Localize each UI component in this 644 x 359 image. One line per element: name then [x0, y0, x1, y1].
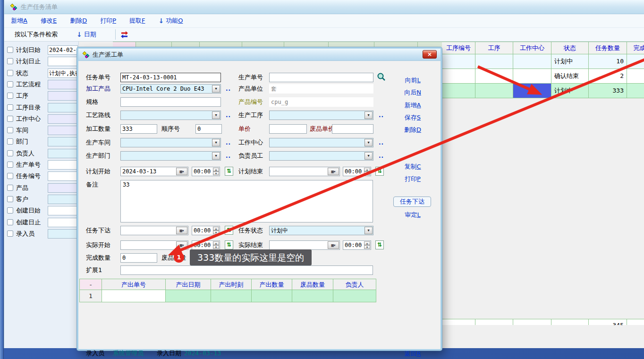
spin-up-icon[interactable]: ▲: [364, 168, 370, 171]
work_center-combo[interactable]: ▼: [269, 138, 373, 147]
side-link-7[interactable]: 打印P: [396, 175, 429, 183]
calendar-dropdown-icon[interactable]: ▦▾: [176, 168, 187, 175]
spinner-buttons[interactable]: ▲▼: [213, 168, 219, 175]
filter-input[interactable]: [48, 171, 78, 181]
chevron-down-icon[interactable]: ▼: [364, 152, 373, 160]
filter-input[interactable]: [48, 114, 78, 124]
remark-textarea[interactable]: 33: [120, 180, 373, 222]
task_status-combo[interactable]: 计划中▼: [269, 226, 373, 235]
task-grid-cell[interactable]: [475, 54, 513, 69]
calendar-dropdown-icon[interactable]: ▦▾: [328, 168, 339, 175]
lookup-dots[interactable]: ..: [379, 151, 384, 161]
task-dispatch-button[interactable]: 任务下达: [393, 197, 431, 207]
filter-checkbox[interactable]: [7, 196, 13, 202]
dept-combo[interactable]: ▼: [120, 151, 221, 161]
chevron-down-icon[interactable]: ▼: [364, 139, 373, 146]
spin-down-icon[interactable]: ▼: [213, 231, 219, 234]
output-row-cell[interactable]: [333, 290, 376, 302]
task-grid-cell[interactable]: 计划中: [551, 84, 589, 98]
task-grid-cell[interactable]: [513, 69, 551, 84]
filter-checkbox[interactable]: [7, 104, 13, 111]
actual_end-date-picker[interactable]: ▦▾: [269, 240, 340, 250]
dispatch-time-spinner[interactable]: 00:00▲▼: [192, 226, 220, 235]
output-row-cell[interactable]: [292, 290, 333, 302]
ext1-input[interactable]: [120, 265, 373, 275]
lookup-dots[interactable]: ..: [379, 111, 384, 120]
price-input[interactable]: [269, 124, 307, 134]
spinner-buttons[interactable]: ▲▼: [213, 227, 219, 234]
spin-down-icon[interactable]: ▼: [213, 245, 219, 249]
spin-down-icon[interactable]: ▼: [213, 171, 219, 175]
task-grid-cell[interactable]: [475, 84, 513, 98]
side-link-3[interactable]: 新增A: [396, 101, 429, 110]
product_code-input[interactable]: cpu_g: [269, 97, 373, 107]
chevron-down-icon[interactable]: ▼: [212, 85, 220, 93]
spec-input[interactable]: [120, 97, 221, 107]
side-link-4[interactable]: 保存S: [396, 113, 429, 122]
lookup-dots[interactable]: ..: [226, 111, 231, 120]
product-combo[interactable]: CPU-Intel Core 2 Duo E43▼: [120, 84, 221, 94]
task-grid-cell[interactable]: [442, 54, 475, 69]
side-link-6[interactable]: 复制C: [396, 162, 429, 171]
qty-input[interactable]: 333: [120, 124, 157, 134]
plan_end-date-picker[interactable]: ▦▾: [269, 167, 340, 176]
chevron-down-icon[interactable]: ▼: [212, 139, 220, 146]
menu-item[interactable]: 提取F: [129, 17, 145, 25]
filter-input[interactable]: [48, 183, 78, 193]
spinner-buttons[interactable]: ▲▼: [364, 168, 370, 175]
filter-input[interactable]: [48, 218, 78, 227]
filter-input[interactable]: 计划中,执行中: [48, 68, 78, 78]
spin-up-icon[interactable]: ▲: [213, 168, 219, 171]
task-grid-cell[interactable]: [442, 84, 475, 98]
refresh-icon[interactable]: ⇅: [225, 226, 233, 235]
output-row-cell[interactable]: [166, 290, 211, 302]
task-grid-cell[interactable]: 2: [589, 69, 627, 84]
side-link-1[interactable]: 向前L: [396, 76, 429, 85]
actual_start-date-picker[interactable]: ▦▾: [120, 240, 188, 250]
chevron-down-icon[interactable]: ▼: [212, 152, 220, 160]
menu-item[interactable]: ↓功能O: [158, 17, 183, 25]
search-icon[interactable]: [377, 72, 386, 83]
filter-checkbox[interactable]: [7, 116, 13, 122]
filter-checkbox[interactable]: [7, 162, 13, 168]
workshop-combo[interactable]: ▼: [120, 138, 221, 147]
task-grid-cell[interactable]: [442, 69, 475, 84]
plan_start-time-spinner[interactable]: 00:00▲▼: [192, 167, 220, 176]
spin-up-icon[interactable]: ▲: [364, 241, 370, 245]
spin-down-icon[interactable]: ▼: [364, 245, 370, 249]
chevron-down-icon[interactable]: ▼: [364, 111, 373, 119]
close-button[interactable]: ×: [423, 50, 437, 59]
filter-checkbox[interactable]: [7, 70, 13, 76]
side-link-9[interactable]: 审定L: [396, 211, 429, 219]
task-grid-cell[interactable]: 333: [589, 84, 627, 98]
calendar-dropdown-icon[interactable]: ▦▾: [328, 241, 339, 249]
lookup-dots[interactable]: ..: [379, 138, 384, 147]
refresh-icon[interactable]: ⇅: [375, 240, 384, 249]
filter-input[interactable]: [48, 103, 78, 112]
side-link-2[interactable]: 向后N: [396, 88, 429, 97]
actual_end-time-spinner[interactable]: 00:00▲▼: [343, 240, 371, 250]
employee-combo[interactable]: ▼: [269, 151, 373, 161]
output-row-cell[interactable]: [211, 290, 252, 302]
filter-checkbox[interactable]: [7, 93, 13, 99]
filter-checkbox[interactable]: [7, 173, 13, 179]
output-row-index[interactable]: 1: [79, 290, 102, 302]
filter-checkbox[interactable]: [7, 219, 13, 225]
lookup-dots[interactable]: ..: [226, 138, 231, 147]
calendar-dropdown-icon[interactable]: ▦▾: [176, 227, 187, 234]
task-grid-cell[interactable]: [627, 54, 644, 69]
actual_start-time-spinner[interactable]: 00:00▲▼: [192, 240, 220, 250]
filter-checkbox[interactable]: [7, 58, 13, 64]
prod_order-input[interactable]: [269, 73, 373, 82]
spin-down-icon[interactable]: ▼: [364, 171, 370, 175]
menu-item[interactable]: 打印P: [100, 17, 116, 25]
menu-item[interactable]: 修改E: [41, 17, 57, 25]
filter-input[interactable]: [48, 160, 78, 170]
refresh-icon[interactable]: ⇅: [225, 240, 233, 249]
filter-checkbox[interactable]: [7, 81, 13, 87]
refresh-icon[interactable]: ⇅: [225, 167, 233, 176]
filter-checkbox[interactable]: [7, 138, 13, 145]
dispatch-date-picker[interactable]: ▦▾: [120, 226, 188, 235]
task_no-input[interactable]: MT-24-03-13-0001: [120, 73, 221, 82]
filter-input[interactable]: [48, 57, 78, 66]
